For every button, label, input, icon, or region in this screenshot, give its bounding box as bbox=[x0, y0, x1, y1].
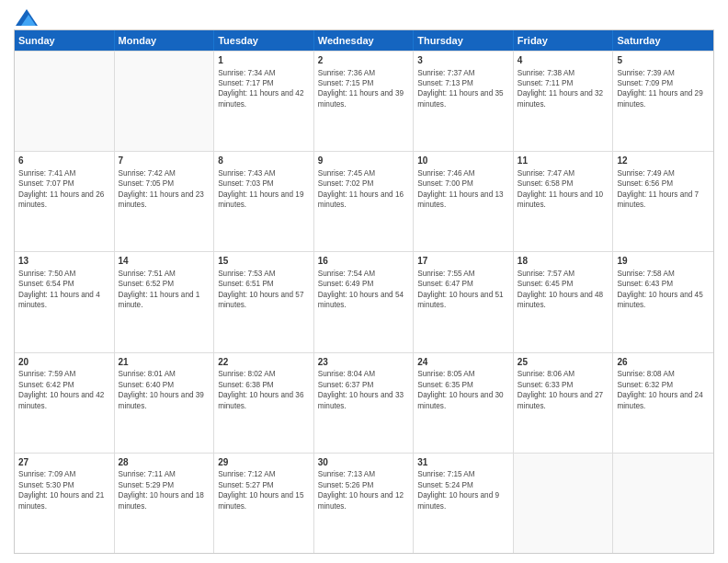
sunrise-text: Sunrise: 7:15 AMSunset: 5:24 PMDaylight:… bbox=[417, 470, 499, 510]
calendar-cell: 7Sunrise: 7:42 AMSunset: 7:05 PMDaylight… bbox=[115, 152, 215, 251]
day-number: 8 bbox=[218, 155, 310, 167]
calendar-cell: 8Sunrise: 7:43 AMSunset: 7:03 PMDaylight… bbox=[214, 152, 314, 251]
calendar-cell: 21Sunrise: 8:01 AMSunset: 6:40 PMDayligh… bbox=[115, 353, 215, 453]
sunrise-text: Sunrise: 7:36 AMSunset: 7:15 PMDaylight:… bbox=[318, 69, 404, 109]
day-number: 7 bbox=[119, 155, 210, 167]
day-number: 18 bbox=[518, 255, 609, 268]
sunrise-text: Sunrise: 8:08 AMSunset: 6:32 PMDaylight:… bbox=[617, 370, 702, 409]
day-number: 26 bbox=[617, 356, 710, 369]
header-day-saturday: Saturday bbox=[613, 30, 713, 51]
sunrise-text: Sunrise: 8:05 AMSunset: 6:35 PMDaylight:… bbox=[417, 370, 503, 409]
header-day-tuesday: Tuesday bbox=[214, 30, 314, 51]
sunrise-text: Sunrise: 7:46 AMSunset: 7:00 PMDaylight:… bbox=[417, 169, 503, 209]
sunrise-text: Sunrise: 7:51 AMSunset: 6:52 PMDaylight:… bbox=[119, 270, 200, 309]
day-number: 29 bbox=[218, 456, 310, 469]
calendar-cell: 16Sunrise: 7:54 AMSunset: 6:49 PMDayligh… bbox=[314, 252, 415, 351]
calendar-cell: 9Sunrise: 7:45 AMSunset: 7:02 PMDaylight… bbox=[314, 152, 415, 251]
day-number: 10 bbox=[417, 155, 509, 167]
day-number: 19 bbox=[617, 255, 710, 268]
calendar-cell bbox=[514, 454, 614, 553]
day-number: 2 bbox=[318, 54, 410, 67]
day-number: 22 bbox=[218, 356, 310, 369]
calendar: SundayMondayTuesdayWednesdayThursdayFrid… bbox=[14, 29, 714, 554]
day-number: 17 bbox=[417, 255, 509, 268]
calendar-header-row: SundayMondayTuesdayWednesdayThursdayFrid… bbox=[15, 30, 713, 51]
sunrise-text: Sunrise: 7:53 AMSunset: 6:51 PMDaylight:… bbox=[218, 270, 303, 309]
header-day-wednesday: Wednesday bbox=[314, 30, 415, 51]
calendar-cell: 19Sunrise: 7:58 AMSunset: 6:43 PMDayligh… bbox=[613, 252, 713, 351]
day-number: 23 bbox=[318, 356, 410, 369]
calendar-row-1: 6Sunrise: 7:41 AMSunset: 7:07 PMDaylight… bbox=[15, 151, 713, 251]
calendar-row-3: 20Sunrise: 7:59 AMSunset: 6:42 PMDayligh… bbox=[15, 352, 713, 453]
calendar-cell: 1Sunrise: 7:34 AMSunset: 7:17 PMDaylight… bbox=[214, 52, 314, 151]
calendar-body: 1Sunrise: 7:34 AMSunset: 7:17 PMDaylight… bbox=[15, 51, 713, 553]
calendar-cell: 28Sunrise: 7:11 AMSunset: 5:29 PMDayligh… bbox=[115, 454, 215, 553]
calendar-cell: 2Sunrise: 7:36 AMSunset: 7:15 PMDaylight… bbox=[314, 52, 415, 151]
calendar-cell: 3Sunrise: 7:37 AMSunset: 7:13 PMDaylight… bbox=[414, 52, 514, 151]
day-number: 13 bbox=[18, 255, 110, 268]
header-day-sunday: Sunday bbox=[15, 30, 115, 51]
sunrise-text: Sunrise: 7:49 AMSunset: 6:56 PMDaylight:… bbox=[617, 169, 699, 209]
sunrise-text: Sunrise: 8:06 AMSunset: 6:33 PMDaylight:… bbox=[518, 370, 603, 409]
day-number: 24 bbox=[417, 356, 509, 369]
day-number: 25 bbox=[518, 356, 609, 369]
calendar-cell: 30Sunrise: 7:13 AMSunset: 5:26 PMDayligh… bbox=[314, 454, 415, 553]
calendar-cell bbox=[15, 52, 115, 151]
calendar-cell: 14Sunrise: 7:51 AMSunset: 6:52 PMDayligh… bbox=[115, 252, 215, 351]
day-number: 14 bbox=[119, 255, 210, 268]
sunrise-text: Sunrise: 7:45 AMSunset: 7:02 PMDaylight:… bbox=[318, 169, 404, 209]
calendar-cell: 4Sunrise: 7:38 AMSunset: 7:11 PMDaylight… bbox=[514, 52, 614, 151]
calendar-row-4: 27Sunrise: 7:09 AMSunset: 5:30 PMDayligh… bbox=[15, 453, 713, 553]
day-number: 9 bbox=[318, 155, 410, 167]
sunrise-text: Sunrise: 7:58 AMSunset: 6:43 PMDaylight:… bbox=[617, 270, 702, 309]
header bbox=[14, 9, 714, 22]
sunrise-text: Sunrise: 7:50 AMSunset: 6:54 PMDaylight:… bbox=[18, 270, 100, 309]
day-number: 3 bbox=[417, 54, 509, 67]
logo-icon bbox=[16, 9, 38, 26]
sunrise-text: Sunrise: 7:59 AMSunset: 6:42 PMDaylight:… bbox=[18, 370, 104, 409]
calendar-cell: 10Sunrise: 7:46 AMSunset: 7:00 PMDayligh… bbox=[414, 152, 514, 251]
sunrise-text: Sunrise: 7:42 AMSunset: 7:05 PMDaylight:… bbox=[119, 169, 204, 209]
calendar-cell: 17Sunrise: 7:55 AMSunset: 6:47 PMDayligh… bbox=[414, 252, 514, 351]
sunrise-text: Sunrise: 7:54 AMSunset: 6:49 PMDaylight:… bbox=[318, 270, 404, 309]
day-number: 30 bbox=[318, 456, 410, 469]
sunrise-text: Sunrise: 8:01 AMSunset: 6:40 PMDaylight:… bbox=[119, 370, 204, 409]
day-number: 16 bbox=[318, 255, 410, 268]
day-number: 5 bbox=[617, 54, 710, 67]
calendar-cell bbox=[613, 454, 713, 553]
day-number: 20 bbox=[18, 356, 110, 369]
day-number: 31 bbox=[417, 456, 509, 469]
calendar-cell bbox=[115, 52, 215, 151]
calendar-cell: 18Sunrise: 7:57 AMSunset: 6:45 PMDayligh… bbox=[514, 252, 614, 351]
calendar-cell: 31Sunrise: 7:15 AMSunset: 5:24 PMDayligh… bbox=[414, 454, 514, 553]
calendar-cell: 11Sunrise: 7:47 AMSunset: 6:58 PMDayligh… bbox=[514, 152, 614, 251]
day-number: 28 bbox=[119, 456, 210, 469]
sunrise-text: Sunrise: 7:47 AMSunset: 6:58 PMDaylight:… bbox=[518, 169, 603, 209]
calendar-cell: 27Sunrise: 7:09 AMSunset: 5:30 PMDayligh… bbox=[15, 454, 115, 553]
calendar-cell: 15Sunrise: 7:53 AMSunset: 6:51 PMDayligh… bbox=[214, 252, 314, 351]
day-number: 15 bbox=[218, 255, 310, 268]
day-number: 27 bbox=[18, 456, 110, 469]
sunrise-text: Sunrise: 7:39 AMSunset: 7:09 PMDaylight:… bbox=[617, 69, 702, 109]
header-day-monday: Monday bbox=[115, 30, 215, 51]
calendar-row-2: 13Sunrise: 7:50 AMSunset: 6:54 PMDayligh… bbox=[15, 251, 713, 351]
calendar-cell: 29Sunrise: 7:12 AMSunset: 5:27 PMDayligh… bbox=[214, 454, 314, 553]
calendar-row-0: 1Sunrise: 7:34 AMSunset: 7:17 PMDaylight… bbox=[15, 51, 713, 151]
calendar-cell: 25Sunrise: 8:06 AMSunset: 6:33 PMDayligh… bbox=[514, 353, 614, 453]
calendar-cell: 13Sunrise: 7:50 AMSunset: 6:54 PMDayligh… bbox=[15, 252, 115, 351]
sunrise-text: Sunrise: 7:37 AMSunset: 7:13 PMDaylight:… bbox=[417, 69, 503, 109]
calendar-cell: 24Sunrise: 8:05 AMSunset: 6:35 PMDayligh… bbox=[414, 353, 514, 453]
calendar-cell: 26Sunrise: 8:08 AMSunset: 6:32 PMDayligh… bbox=[613, 353, 713, 453]
day-number: 4 bbox=[518, 54, 609, 67]
sunrise-text: Sunrise: 7:57 AMSunset: 6:45 PMDaylight:… bbox=[518, 270, 603, 309]
sunrise-text: Sunrise: 7:43 AMSunset: 7:03 PMDaylight:… bbox=[218, 169, 303, 209]
day-number: 21 bbox=[119, 356, 210, 369]
sunrise-text: Sunrise: 7:55 AMSunset: 6:47 PMDaylight:… bbox=[417, 270, 503, 309]
sunrise-text: Sunrise: 7:38 AMSunset: 7:11 PMDaylight:… bbox=[518, 69, 603, 109]
header-day-thursday: Thursday bbox=[414, 30, 514, 51]
sunrise-text: Sunrise: 7:13 AMSunset: 5:26 PMDaylight:… bbox=[318, 470, 404, 510]
day-number: 6 bbox=[18, 155, 110, 167]
calendar-cell: 22Sunrise: 8:02 AMSunset: 6:38 PMDayligh… bbox=[214, 353, 314, 453]
page: SundayMondayTuesdayWednesdayThursdayFrid… bbox=[0, 0, 728, 563]
sunrise-text: Sunrise: 7:34 AMSunset: 7:17 PMDaylight:… bbox=[218, 69, 303, 109]
